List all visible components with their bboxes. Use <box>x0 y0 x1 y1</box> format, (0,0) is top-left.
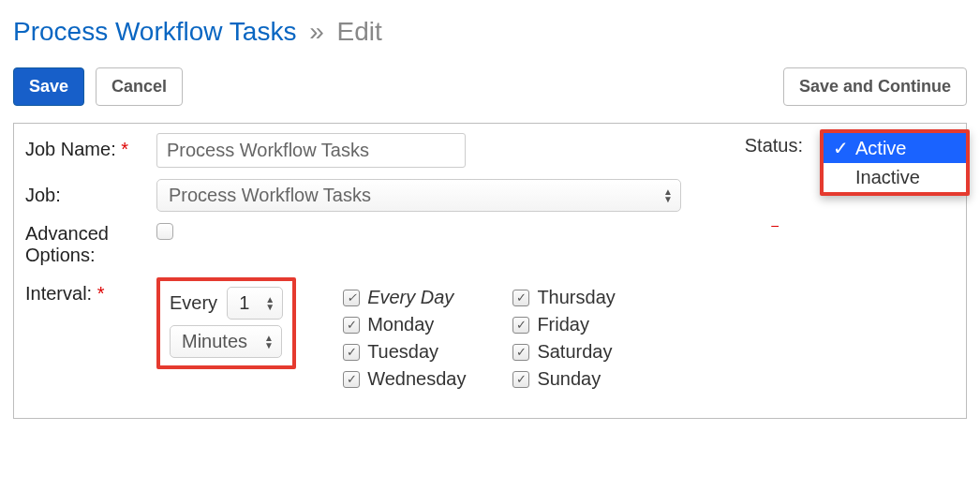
label-interval: Interval: * <box>25 277 156 305</box>
day-label: Wednesday <box>367 368 466 390</box>
status-option[interactable]: Inactive <box>824 163 966 192</box>
breadcrumb: Process Workflow Tasks » Edit <box>13 17 967 47</box>
status-option[interactable]: ✓Active <box>824 133 966 163</box>
status-option-label: Active <box>855 138 906 159</box>
form-panel: Job Name: * Job: Process Workflow Tasks … <box>13 123 967 419</box>
day-label: Saturday <box>537 341 612 363</box>
row-interval: Interval: * Every 1 ▲▼ Minutes ▲▼ ✓Every… <box>25 277 955 390</box>
day-label: Thursday <box>537 287 615 308</box>
interval-every-label: Every <box>170 292 217 314</box>
interval-unit-text: Minutes <box>182 331 247 352</box>
toolbar: Save Cancel Save and Continue <box>13 67 967 106</box>
day-item[interactable]: ✓Sunday <box>512 368 615 390</box>
stepper-icon: ▲▼ <box>264 335 274 350</box>
label-advanced-options: Advanced Options: <box>25 223 156 266</box>
checkbox-icon[interactable]: ✓ <box>512 290 529 306</box>
day-item[interactable]: ✓Every Day <box>343 287 466 308</box>
day-item[interactable]: ✓Friday <box>512 314 615 335</box>
checkbox-icon[interactable]: ✓ <box>512 317 529 334</box>
advanced-options-checkbox[interactable] <box>156 223 173 240</box>
status-option-label: Inactive <box>855 167 920 188</box>
save-and-continue-button[interactable]: Save and Continue <box>783 67 967 106</box>
breadcrumb-separator: » <box>309 17 324 46</box>
day-label: Every Day <box>367 287 453 308</box>
day-label: Friday <box>537 314 589 335</box>
days-column-2: ✓Thursday✓Friday✓Saturday✓Sunday <box>512 287 615 390</box>
cancel-button[interactable]: Cancel <box>96 67 183 106</box>
check-icon: ✓ <box>833 137 846 159</box>
day-item[interactable]: ✓Saturday <box>512 341 615 363</box>
row-advanced-options: Advanced Options: <box>25 223 955 266</box>
job-select[interactable]: Process Workflow Tasks ▲▼ <box>156 179 681 212</box>
checkbox-icon[interactable]: ✓ <box>512 371 529 388</box>
interval-days: ✓Every Day✓Monday✓Tuesday✓Wednesday ✓Thu… <box>343 277 616 390</box>
save-button[interactable]: Save <box>13 67 84 106</box>
status-block: Status: ✓ActiveInactive <box>745 129 970 196</box>
day-label: Monday <box>367 314 434 335</box>
day-item[interactable]: ✓Monday <box>343 314 466 335</box>
label-status: Status: <box>745 129 803 156</box>
breadcrumb-root-link[interactable]: Process Workflow Tasks <box>13 17 296 46</box>
day-label: Sunday <box>537 368 601 390</box>
interval-value-text: 1 <box>239 292 249 314</box>
required-mark: * <box>97 283 105 304</box>
job-select-value: Process Workflow Tasks <box>169 185 371 206</box>
interval-value-stepper[interactable]: 1 ▲▼ <box>227 287 283 320</box>
days-column-1: ✓Every Day✓Monday✓Tuesday✓Wednesday <box>343 287 466 390</box>
status-dropdown-menu[interactable]: ✓ActiveInactive <box>820 129 970 196</box>
day-item[interactable]: ✓Thursday <box>512 287 615 308</box>
interval-highlight-box: Every 1 ▲▼ Minutes ▲▼ <box>156 277 296 369</box>
label-job: Job: <box>25 179 156 206</box>
caret-mark: – <box>771 217 779 232</box>
required-mark: * <box>121 139 128 159</box>
checkbox-icon[interactable]: ✓ <box>343 317 360 334</box>
checkbox-icon[interactable]: ✓ <box>512 344 529 361</box>
interval-unit-select[interactable]: Minutes ▲▼ <box>170 325 282 358</box>
stepper-icon: ▲▼ <box>265 296 275 311</box>
label-job-name: Job Name: * <box>25 133 156 160</box>
day-item[interactable]: ✓Wednesday <box>343 368 466 390</box>
checkbox-icon[interactable]: ✓ <box>343 344 360 361</box>
checkbox-icon[interactable]: ✓ <box>343 371 360 388</box>
day-item[interactable]: ✓Tuesday <box>343 341 466 363</box>
day-label: Tuesday <box>367 341 438 363</box>
checkbox-icon[interactable]: ✓ <box>343 290 360 306</box>
breadcrumb-current: Edit <box>337 17 382 46</box>
stepper-icon: ▲▼ <box>663 188 673 203</box>
job-name-input[interactable] <box>156 133 466 168</box>
